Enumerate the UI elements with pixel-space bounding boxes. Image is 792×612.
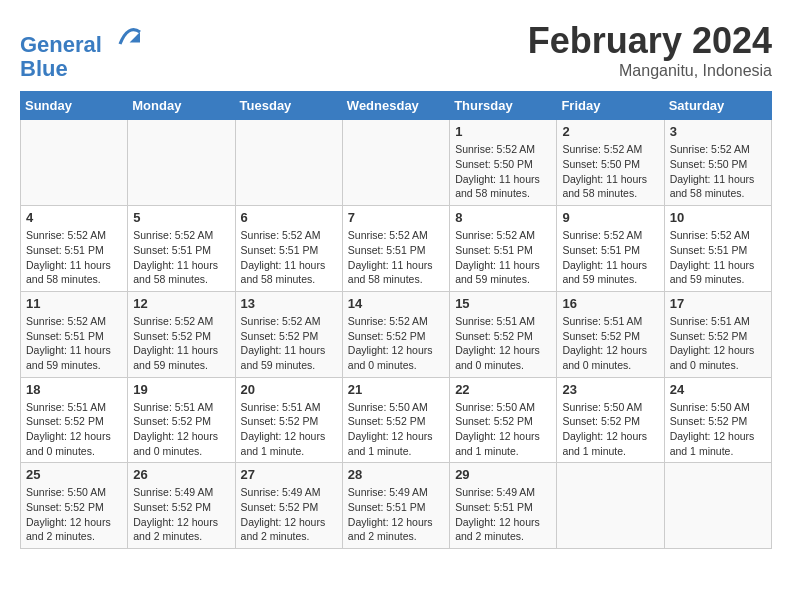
- day-number: 4: [26, 210, 122, 225]
- day-number: 18: [26, 382, 122, 397]
- week-row-4: 18Sunrise: 5:51 AMSunset: 5:52 PMDayligh…: [21, 377, 772, 463]
- week-row-1: 1Sunrise: 5:52 AMSunset: 5:50 PMDaylight…: [21, 120, 772, 206]
- calendar-cell: 25Sunrise: 5:50 AMSunset: 5:52 PMDayligh…: [21, 463, 128, 549]
- day-number: 21: [348, 382, 444, 397]
- col-header-wednesday: Wednesday: [342, 92, 449, 120]
- day-info: Sunrise: 5:50 AMSunset: 5:52 PMDaylight:…: [348, 400, 444, 459]
- day-info: Sunrise: 5:50 AMSunset: 5:52 PMDaylight:…: [562, 400, 658, 459]
- day-info: Sunrise: 5:51 AMSunset: 5:52 PMDaylight:…: [241, 400, 337, 459]
- calendar-cell: 16Sunrise: 5:51 AMSunset: 5:52 PMDayligh…: [557, 291, 664, 377]
- day-info: Sunrise: 5:50 AMSunset: 5:52 PMDaylight:…: [26, 485, 122, 544]
- calendar-cell: 19Sunrise: 5:51 AMSunset: 5:52 PMDayligh…: [128, 377, 235, 463]
- day-info: Sunrise: 5:51 AMSunset: 5:52 PMDaylight:…: [670, 314, 766, 373]
- day-number: 12: [133, 296, 229, 311]
- day-info: Sunrise: 5:52 AMSunset: 5:51 PMDaylight:…: [455, 228, 551, 287]
- day-number: 9: [562, 210, 658, 225]
- calendar-cell: [235, 120, 342, 206]
- location: Manganitu, Indonesia: [528, 62, 772, 80]
- col-header-thursday: Thursday: [450, 92, 557, 120]
- week-row-3: 11Sunrise: 5:52 AMSunset: 5:51 PMDayligh…: [21, 291, 772, 377]
- calendar-cell: 29Sunrise: 5:49 AMSunset: 5:51 PMDayligh…: [450, 463, 557, 549]
- calendar-cell: [21, 120, 128, 206]
- calendar-cell: 9Sunrise: 5:52 AMSunset: 5:51 PMDaylight…: [557, 206, 664, 292]
- day-number: 26: [133, 467, 229, 482]
- day-number: 7: [348, 210, 444, 225]
- day-info: Sunrise: 5:52 AMSunset: 5:51 PMDaylight:…: [562, 228, 658, 287]
- day-number: 25: [26, 467, 122, 482]
- calendar-cell: 10Sunrise: 5:52 AMSunset: 5:51 PMDayligh…: [664, 206, 771, 292]
- day-info: Sunrise: 5:52 AMSunset: 5:52 PMDaylight:…: [133, 314, 229, 373]
- day-number: 13: [241, 296, 337, 311]
- logo-icon: [112, 20, 144, 52]
- calendar-cell: 2Sunrise: 5:52 AMSunset: 5:50 PMDaylight…: [557, 120, 664, 206]
- day-info: Sunrise: 5:51 AMSunset: 5:52 PMDaylight:…: [133, 400, 229, 459]
- day-info: Sunrise: 5:51 AMSunset: 5:52 PMDaylight:…: [455, 314, 551, 373]
- calendar-cell: 28Sunrise: 5:49 AMSunset: 5:51 PMDayligh…: [342, 463, 449, 549]
- calendar-cell: 6Sunrise: 5:52 AMSunset: 5:51 PMDaylight…: [235, 206, 342, 292]
- day-number: 17: [670, 296, 766, 311]
- title-block: February 2024 Manganitu, Indonesia: [528, 20, 772, 80]
- logo-general: General: [20, 32, 102, 57]
- calendar-cell: 24Sunrise: 5:50 AMSunset: 5:52 PMDayligh…: [664, 377, 771, 463]
- day-info: Sunrise: 5:51 AMSunset: 5:52 PMDaylight:…: [26, 400, 122, 459]
- logo: General Blue: [20, 20, 144, 81]
- day-info: Sunrise: 5:52 AMSunset: 5:50 PMDaylight:…: [670, 142, 766, 201]
- day-number: 6: [241, 210, 337, 225]
- calendar-cell: 18Sunrise: 5:51 AMSunset: 5:52 PMDayligh…: [21, 377, 128, 463]
- calendar-cell: 21Sunrise: 5:50 AMSunset: 5:52 PMDayligh…: [342, 377, 449, 463]
- calendar-cell: 11Sunrise: 5:52 AMSunset: 5:51 PMDayligh…: [21, 291, 128, 377]
- day-number: 14: [348, 296, 444, 311]
- week-row-5: 25Sunrise: 5:50 AMSunset: 5:52 PMDayligh…: [21, 463, 772, 549]
- day-number: 23: [562, 382, 658, 397]
- day-number: 22: [455, 382, 551, 397]
- day-info: Sunrise: 5:49 AMSunset: 5:51 PMDaylight:…: [455, 485, 551, 544]
- calendar-cell: 5Sunrise: 5:52 AMSunset: 5:51 PMDaylight…: [128, 206, 235, 292]
- calendar-cell: 3Sunrise: 5:52 AMSunset: 5:50 PMDaylight…: [664, 120, 771, 206]
- calendar-cell: 27Sunrise: 5:49 AMSunset: 5:52 PMDayligh…: [235, 463, 342, 549]
- day-number: 2: [562, 124, 658, 139]
- col-header-saturday: Saturday: [664, 92, 771, 120]
- calendar-cell: 8Sunrise: 5:52 AMSunset: 5:51 PMDaylight…: [450, 206, 557, 292]
- day-info: Sunrise: 5:50 AMSunset: 5:52 PMDaylight:…: [455, 400, 551, 459]
- day-number: 8: [455, 210, 551, 225]
- day-number: 27: [241, 467, 337, 482]
- calendar-cell: [557, 463, 664, 549]
- day-info: Sunrise: 5:49 AMSunset: 5:52 PMDaylight:…: [241, 485, 337, 544]
- month-year: February 2024: [528, 20, 772, 62]
- calendar-cell: 14Sunrise: 5:52 AMSunset: 5:52 PMDayligh…: [342, 291, 449, 377]
- day-info: Sunrise: 5:52 AMSunset: 5:51 PMDaylight:…: [26, 314, 122, 373]
- calendar-cell: 20Sunrise: 5:51 AMSunset: 5:52 PMDayligh…: [235, 377, 342, 463]
- calendar-cell: 22Sunrise: 5:50 AMSunset: 5:52 PMDayligh…: [450, 377, 557, 463]
- day-info: Sunrise: 5:52 AMSunset: 5:51 PMDaylight:…: [241, 228, 337, 287]
- day-info: Sunrise: 5:52 AMSunset: 5:52 PMDaylight:…: [348, 314, 444, 373]
- day-info: Sunrise: 5:52 AMSunset: 5:51 PMDaylight:…: [133, 228, 229, 287]
- calendar-cell: [664, 463, 771, 549]
- day-number: 20: [241, 382, 337, 397]
- calendar-cell: 13Sunrise: 5:52 AMSunset: 5:52 PMDayligh…: [235, 291, 342, 377]
- day-number: 15: [455, 296, 551, 311]
- day-info: Sunrise: 5:52 AMSunset: 5:50 PMDaylight:…: [455, 142, 551, 201]
- day-number: 28: [348, 467, 444, 482]
- calendar-cell: [128, 120, 235, 206]
- col-header-monday: Monday: [128, 92, 235, 120]
- day-number: 29: [455, 467, 551, 482]
- logo-text: General: [20, 20, 144, 57]
- day-number: 5: [133, 210, 229, 225]
- calendar-cell: 4Sunrise: 5:52 AMSunset: 5:51 PMDaylight…: [21, 206, 128, 292]
- day-info: Sunrise: 5:50 AMSunset: 5:52 PMDaylight:…: [670, 400, 766, 459]
- day-number: 10: [670, 210, 766, 225]
- calendar-table: SundayMondayTuesdayWednesdayThursdayFrid…: [20, 91, 772, 549]
- day-number: 3: [670, 124, 766, 139]
- day-info: Sunrise: 5:51 AMSunset: 5:52 PMDaylight:…: [562, 314, 658, 373]
- calendar-cell: 12Sunrise: 5:52 AMSunset: 5:52 PMDayligh…: [128, 291, 235, 377]
- col-header-sunday: Sunday: [21, 92, 128, 120]
- logo-blue: Blue: [20, 57, 144, 81]
- day-number: 16: [562, 296, 658, 311]
- calendar-cell: 17Sunrise: 5:51 AMSunset: 5:52 PMDayligh…: [664, 291, 771, 377]
- day-number: 19: [133, 382, 229, 397]
- day-number: 11: [26, 296, 122, 311]
- calendar-cell: 1Sunrise: 5:52 AMSunset: 5:50 PMDaylight…: [450, 120, 557, 206]
- day-info: Sunrise: 5:49 AMSunset: 5:52 PMDaylight:…: [133, 485, 229, 544]
- day-info: Sunrise: 5:52 AMSunset: 5:51 PMDaylight:…: [26, 228, 122, 287]
- calendar-header-row: SundayMondayTuesdayWednesdayThursdayFrid…: [21, 92, 772, 120]
